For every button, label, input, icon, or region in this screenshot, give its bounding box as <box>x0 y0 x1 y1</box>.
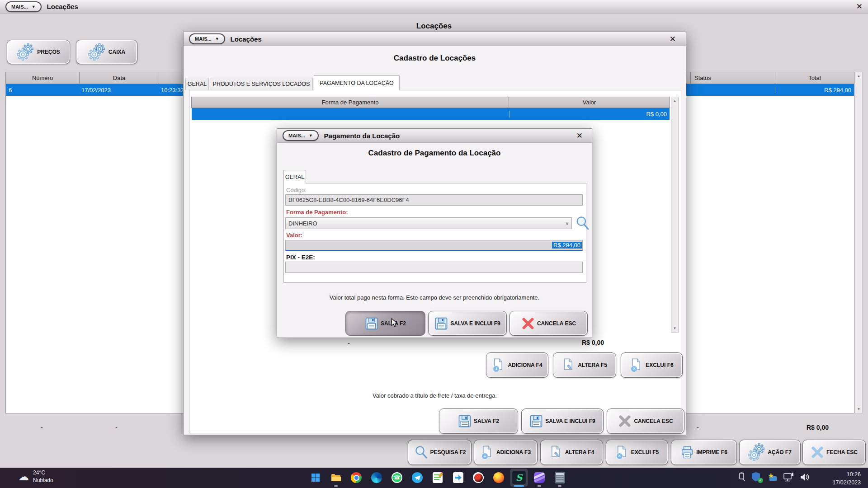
pagamento-modal-close-icon[interactable]: ✕ <box>576 132 586 140</box>
video-app-button[interactable] <box>530 469 548 487</box>
column-header-forma-pagamento[interactable]: Forma de Pagamento <box>191 97 509 108</box>
main-table-scrollbar[interactable]: ▲ ▼ <box>855 72 863 413</box>
main-close-icon[interactable]: ✕ <box>856 3 863 10</box>
edge-icon <box>371 472 382 483</box>
dropdown-arrow-icon: ▼ <box>215 37 219 41</box>
exclui-f5-label: EXCLUI F5 <box>631 449 659 455</box>
altera-f4-label: ALTERA F4 <box>565 449 594 455</box>
weather-widget[interactable]: ☁ 24°C Nublado <box>18 469 53 485</box>
tab-produtos-servicos[interactable]: PRODUTOS E SERVIÇOS LOCADOS <box>210 78 313 90</box>
cancela-esc-button-outer[interactable]: CANCELA ESC <box>607 408 684 434</box>
caixa-label: CAIXA <box>108 49 125 55</box>
whatsapp-button[interactable]: ☎ <box>388 469 406 487</box>
scroll-up-icon[interactable]: ▲ <box>673 97 677 105</box>
footer-dash-status: - <box>697 424 699 431</box>
notes-app-icon <box>433 472 443 483</box>
telegram-icon <box>412 472 423 483</box>
gears-icon <box>88 43 106 61</box>
locacoes-modal-heading: Cadastro de Locações <box>184 54 686 63</box>
locacoes-modal-close-icon[interactable]: ✕ <box>670 35 680 43</box>
acao-f7-label: AÇÃO F7 <box>768 449 792 455</box>
scroll-up-icon[interactable]: ▲ <box>857 72 861 80</box>
cancela-esc-label: CANCELA ESC <box>634 418 673 424</box>
payment-row[interactable]: R$ 0,00 <box>192 108 670 120</box>
tab-pagamento-locacao[interactable]: PAGAMENTO DA LOCAÇÃO <box>314 75 400 90</box>
acao-f7-button[interactable]: AÇÃO F7 <box>739 440 801 465</box>
altera-f5-button[interactable]: ✎ ALTERA F5 <box>553 352 616 378</box>
column-header-status[interactable]: Status <box>690 72 775 84</box>
pagamento-modal-mais-button[interactable]: MAIS... ▼ <box>283 130 319 141</box>
exclui-f6-label: EXCLUI F6 <box>646 362 673 368</box>
usb-device-icon[interactable] <box>738 472 746 482</box>
share-app-button[interactable] <box>449 469 467 487</box>
column-header-total[interactable]: Total <box>775 72 854 84</box>
altera-f4-button[interactable]: ✎ ALTERA F4 <box>540 440 603 465</box>
salva-inclui-f9-button-outer[interactable]: SALVA E INCLUI F9 <box>521 408 604 434</box>
payments-summary-dash: - <box>348 340 350 347</box>
volume-icon[interactable] <box>800 473 810 482</box>
pagamento-modal-heading: Cadastro de Pagamento da Locação <box>277 149 592 158</box>
network-display-icon[interactable] <box>783 473 794 482</box>
floppy-icon <box>365 317 378 330</box>
pesquisa-f2-button[interactable]: PESQUISA F2 <box>408 440 472 465</box>
start-button[interactable] <box>307 469 325 487</box>
page-edit-icon: ✎ <box>562 358 576 372</box>
forma-search-icon[interactable] <box>575 216 590 231</box>
chrome-icon <box>351 472 362 483</box>
payments-scrollbar[interactable]: ▲ ▼ <box>671 97 679 333</box>
file-explorer-button[interactable] <box>327 469 345 487</box>
scroll-down-icon[interactable]: ▼ <box>857 405 861 413</box>
telegram-button[interactable] <box>408 469 426 487</box>
select-chevron-icon[interactable]: ∨ <box>566 221 569 226</box>
edge-button[interactable] <box>368 469 386 487</box>
firefox-button[interactable] <box>490 469 508 487</box>
forma-pagamento-value: DINHEIRO <box>288 220 317 227</box>
main-mais-label: MAIS... <box>11 4 28 9</box>
adiciona-f3-button[interactable]: + ADICIONA F3 <box>474 440 538 465</box>
salva-f2-button-outer[interactable]: SALVA F2 <box>439 408 518 434</box>
windows-security-icon[interactable]: ✓ <box>752 472 762 482</box>
tab-geral-pagamento[interactable]: GERAL <box>283 170 306 183</box>
codigo-label: Código: <box>286 187 307 193</box>
salva-f2-button[interactable]: SALVA F2 <box>345 311 425 336</box>
frete-hint-text: Valor cobrado a título de frete / taxa d… <box>184 392 686 399</box>
exclui-f6-button[interactable]: ✕ EXCLUI F6 <box>621 352 683 378</box>
main-window-titlebar: MAIS... ▼ Locações ✕ <box>0 0 868 14</box>
exclui-f5-button[interactable]: ✕ EXCLUI F5 <box>606 440 668 465</box>
column-header-data[interactable]: Data <box>79 72 159 84</box>
scroll-down-icon[interactable]: ▼ <box>673 324 677 332</box>
main-mais-menu-button[interactable]: MAIS... ▼ <box>5 1 42 12</box>
pos-app-button[interactable] <box>551 469 569 487</box>
favorites-app-icon[interactable]: ★ <box>768 473 778 482</box>
chrome-button[interactable] <box>347 469 365 487</box>
pix-e2e-field[interactable] <box>285 262 583 273</box>
taskbar-clock[interactable]: 10:26 17/02/2023 <box>832 470 861 487</box>
adiciona-f4-button[interactable]: + ADICIONA F4 <box>486 352 548 378</box>
precos-button[interactable]: PREÇOS <box>7 40 70 64</box>
fecha-esc-label: FECHA ESC <box>826 449 858 455</box>
column-header-numero[interactable]: Número <box>5 72 80 84</box>
taskbar-app-icons: ☎ <box>307 469 569 487</box>
valor-label: Valor: <box>286 232 302 239</box>
precos-label: PREÇOS <box>37 49 60 55</box>
locacoes-modal-mais-button[interactable]: MAIS... ▼ <box>189 33 225 44</box>
notes-app-button[interactable] <box>429 469 447 487</box>
erp-app-button[interactable]: S <box>510 469 528 487</box>
bird-app-button[interactable] <box>469 469 487 487</box>
mouse-cursor <box>389 318 399 328</box>
imprime-f6-label: IMPRIME F6 <box>696 449 727 455</box>
pagamento-modal-titlebar: MAIS... ▼ Pagamento da Locação ✕ <box>277 129 592 143</box>
salva-inclui-f9-button[interactable]: SALVA E INCLUI F9 <box>428 311 507 336</box>
windows-logo-icon <box>311 473 320 482</box>
valor-hint-text: Valor total pago nesta forma. Este campo… <box>277 294 592 301</box>
valor-field[interactable]: R$ 294,00 <box>285 240 583 251</box>
column-header-valor[interactable]: Valor <box>509 97 670 108</box>
imprime-f6-button[interactable]: IMPRIME F6 <box>671 440 737 465</box>
fecha-esc-button[interactable]: FECHA ESC <box>802 440 866 465</box>
forma-pagamento-select[interactable]: DINHEIRO ∨ <box>285 217 572 229</box>
tab-geral[interactable]: GERAL <box>185 78 209 90</box>
footer-dash-numero: - <box>41 424 43 431</box>
footer-total: R$ 0,00 <box>783 424 829 431</box>
caixa-button[interactable]: CAIXA <box>76 40 137 64</box>
cancela-esc-button[interactable]: CANCELA ESC <box>509 311 588 336</box>
